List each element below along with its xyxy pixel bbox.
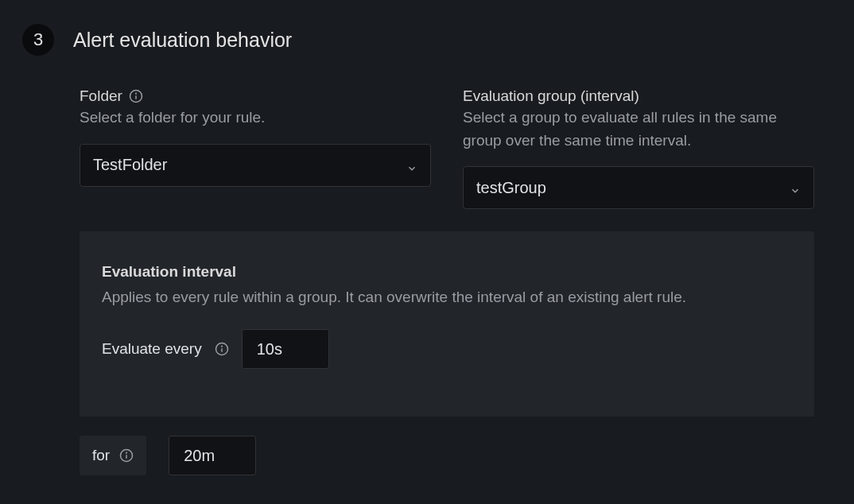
info-icon[interactable]: [215, 342, 229, 356]
evaluate-every-input[interactable]: [242, 329, 329, 369]
fields-row: Folder Select a folder for your rule. Te…: [80, 87, 814, 209]
folder-label: Folder: [80, 87, 122, 105]
evaluation-interval-panel: Evaluation interval Applies to every rul…: [80, 231, 814, 417]
evaluation-group-field: Evaluation group (interval) Select a gro…: [463, 87, 814, 209]
evaluation-group-label: Evaluation group (interval): [463, 87, 814, 105]
evaluation-group-description: Select a group to evaluate all rules in …: [463, 107, 814, 152]
step-number-badge: 3: [22, 24, 54, 56]
folder-select[interactable]: TestFolder: [80, 144, 431, 187]
for-row: for: [80, 436, 814, 475]
section-content: Folder Select a folder for your rule. Te…: [16, 87, 838, 475]
folder-field: Folder Select a folder for your rule. Te…: [80, 87, 431, 209]
evaluate-every-row: Evaluate every: [102, 329, 792, 369]
for-input[interactable]: [169, 436, 256, 475]
chevron-down-icon: [406, 160, 417, 171]
evaluation-group-select-value: testGroup: [476, 179, 546, 197]
evaluation-interval-description: Applies to every rule within a group. It…: [102, 285, 792, 308]
folder-select-value: TestFolder: [93, 156, 167, 174]
for-label-box: for: [80, 436, 146, 475]
evaluation-group-select[interactable]: testGroup: [463, 166, 814, 209]
chevron-down-icon: [790, 182, 801, 193]
folder-description: Select a folder for your rule.: [80, 107, 431, 130]
section-header: 3 Alert evaluation behavior: [16, 16, 838, 56]
section-title: Alert evaluation behavior: [73, 29, 292, 52]
svg-point-2: [135, 93, 136, 94]
evaluation-interval-title: Evaluation interval: [102, 263, 792, 281]
svg-point-8: [126, 453, 127, 454]
info-icon[interactable]: [119, 448, 134, 463]
svg-point-5: [221, 347, 222, 347]
folder-label-row: Folder: [80, 87, 431, 105]
evaluate-every-label: Evaluate every: [102, 340, 202, 358]
for-label: for: [92, 447, 110, 464]
info-icon[interactable]: [129, 89, 143, 103]
